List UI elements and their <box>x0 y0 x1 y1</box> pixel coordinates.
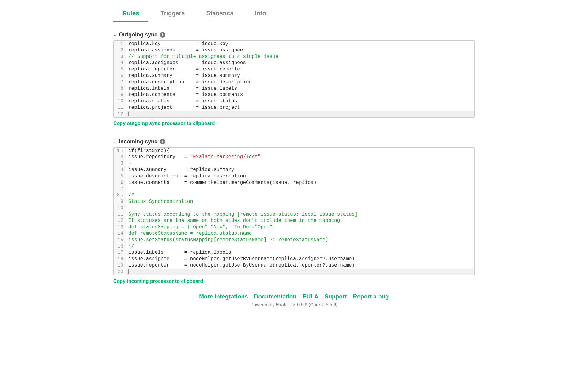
line-number: 4 <box>114 60 126 66</box>
footer-link-eula[interactable]: EULA <box>303 293 318 300</box>
line-number: 6 <box>114 73 126 79</box>
footer-link-report-bug[interactable]: Report a bug <box>353 293 389 300</box>
info-icon[interactable]: i <box>160 139 165 144</box>
line-number: 5 <box>114 66 126 73</box>
code-content[interactable]: def remoteStatusName = replica.status.na… <box>126 230 474 237</box>
incoming-sync-header[interactable]: ⌄ Incoming sync i <box>113 139 475 145</box>
code-line[interactable]: 12If statuses are the same on both sides… <box>114 218 474 224</box>
code-line[interactable]: 9replica.comments = issue.comments <box>114 92 474 98</box>
code-content[interactable]: issue.labels = replica.labels <box>126 249 474 256</box>
code-content[interactable]: replica.status = issue.status <box>126 98 474 104</box>
code-line[interactable]: 13def statusMapping = ["Open":"New", "To… <box>114 224 474 230</box>
code-content[interactable] <box>126 205 474 211</box>
code-content[interactable]: replica.project = issue.project <box>126 104 474 111</box>
code-line[interactable]: 6replica.summary = issue.summary <box>114 73 474 79</box>
line-number: 10 <box>114 205 126 211</box>
line-number: 19 <box>114 262 126 269</box>
footer-link-support[interactable]: Support <box>325 293 347 300</box>
code-content[interactable] <box>126 186 474 192</box>
code-content[interactable] <box>126 269 474 275</box>
code-line[interactable]: 7replica.description = issue.description <box>114 79 474 85</box>
copy-outgoing-link[interactable]: Copy outgoing sync processor to clipboar… <box>113 121 215 126</box>
code-line[interactable]: 5replica.reporter = issue.reporter <box>114 66 474 73</box>
line-number: 2 <box>114 47 126 54</box>
code-line[interactable]: 15issue.setStatus(statusMapping[remoteSt… <box>114 237 474 243</box>
tab-rules[interactable]: Rules <box>113 6 148 22</box>
code-content[interactable]: replica.key = issue.key <box>126 41 474 47</box>
code-line[interactable]: 5issue.description = replica.description <box>114 173 474 180</box>
info-icon[interactable]: i <box>160 32 165 38</box>
tab-info[interactable]: Info <box>246 6 275 22</box>
incoming-editor[interactable]: 1if(firstSync){2issue.repository = "Exal… <box>113 147 475 275</box>
line-number: 20 <box>114 269 126 275</box>
code-content[interactable]: replica.description = issue.description <box>126 79 474 85</box>
copy-incoming-link[interactable]: Copy incoming processor to clipboard <box>113 279 203 284</box>
code-line[interactable]: 8/* <box>114 192 474 199</box>
code-line[interactable]: 4issue.summary = replica.summary <box>114 167 474 173</box>
footer-link-more-integrations[interactable]: More Integrations <box>199 293 248 300</box>
code-line[interactable]: 18issue.assignee = nodeHelper.getUserByU… <box>114 256 474 262</box>
code-line[interactable]: 11replica.project = issue.project <box>114 104 474 111</box>
code-line[interactable]: 2issue.repository = "Exalate-Marketing/T… <box>114 154 474 160</box>
code-content[interactable]: replica.reporter = issue.reporter <box>126 66 474 73</box>
code-line[interactable]: 1replica.key = issue.key <box>114 41 474 47</box>
outgoing-sync-header[interactable]: ⌄ Outgoing sync i <box>113 32 475 38</box>
code-line[interactable]: 9Status Synchronization <box>114 199 474 205</box>
tab-statistics[interactable]: Statistics <box>197 6 243 22</box>
code-content[interactable]: // Support for multiple assignees to a s… <box>126 54 474 60</box>
line-number: 10 <box>114 98 126 104</box>
code-content[interactable]: replica.assignees = issue.assignees <box>126 60 474 66</box>
code-content[interactable]: */ <box>126 243 474 250</box>
code-line[interactable]: 4replica.assignees = issue.assignees <box>114 60 474 66</box>
code-content[interactable]: Status Synchronization <box>126 199 474 205</box>
code-content[interactable]: } <box>126 160 474 167</box>
footer: More Integrations Documentation EULA Sup… <box>0 293 588 313</box>
code-line[interactable]: 11Sync status according to the mapping [… <box>114 211 474 218</box>
code-line[interactable]: 20 <box>114 269 474 275</box>
line-number: 14 <box>114 230 126 237</box>
code-line[interactable]: 8replica.labels = issue.labels <box>114 85 474 92</box>
code-content[interactable]: Sync status according to the mapping [re… <box>126 211 474 218</box>
code-content[interactable]: replica.assignee = issue.assignee <box>126 47 474 54</box>
code-content[interactable]: issue.repository = "Exalate-Marketing/Te… <box>126 154 474 160</box>
line-number: 3 <box>114 160 126 167</box>
outgoing-editor[interactable]: 1replica.key = issue.key2replica.assigne… <box>113 40 475 118</box>
code-content[interactable]: issue.description = replica.description <box>126 173 474 180</box>
line-number: 9 <box>114 92 126 98</box>
line-number: 7 <box>114 79 126 85</box>
code-content[interactable]: replica.labels = issue.labels <box>126 85 474 92</box>
code-line[interactable]: 17issue.labels = replica.labels <box>114 249 474 256</box>
code-line[interactable]: 2replica.assignee = issue.assignee <box>114 47 474 54</box>
code-line[interactable]: 12 <box>114 111 474 117</box>
code-line[interactable]: 3// Support for multiple assignees to a … <box>114 54 474 60</box>
code-line[interactable]: 10replica.status = issue.status <box>114 98 474 104</box>
line-number: 1 <box>114 148 126 154</box>
code-line[interactable]: 14def remoteStatusName = replica.status.… <box>114 230 474 237</box>
code-line[interactable]: 1if(firstSync){ <box>114 148 474 154</box>
code-content[interactable] <box>126 111 474 117</box>
code-line[interactable]: 7 <box>114 186 474 192</box>
code-line[interactable]: 16*/ <box>114 243 474 250</box>
tab-triggers[interactable]: Triggers <box>151 6 194 22</box>
code-line[interactable]: 3} <box>114 160 474 167</box>
code-line[interactable]: 6issue.comments = commentHelper.mergeCom… <box>114 180 474 186</box>
code-content[interactable]: issue.summary = replica.summary <box>126 167 474 173</box>
code-content[interactable]: def statusMapping = ["Open":"New", "To D… <box>126 224 474 230</box>
code-content[interactable]: issue.comments = commentHelper.mergeComm… <box>126 180 474 186</box>
chevron-down-icon: ⌄ <box>113 33 116 37</box>
code-line[interactable]: 19issue.reporter = nodeHelper.getUserByU… <box>114 262 474 269</box>
line-number: 5 <box>114 173 126 180</box>
code-content[interactable]: /* <box>126 192 474 199</box>
line-number: 7 <box>114 186 126 192</box>
code-content[interactable]: if(firstSync){ <box>126 148 474 154</box>
line-number: 12 <box>114 218 126 224</box>
code-content[interactable]: issue.reporter = nodeHelper.getUserByUse… <box>126 262 474 269</box>
line-number: 16 <box>114 243 126 250</box>
code-content[interactable]: If statuses are the same on both sides d… <box>126 218 474 224</box>
code-content[interactable]: replica.summary = issue.summary <box>126 73 474 79</box>
code-content[interactable]: replica.comments = issue.comments <box>126 92 474 98</box>
footer-link-documentation[interactable]: Documentation <box>254 293 296 300</box>
code-line[interactable]: 10 <box>114 205 474 211</box>
code-content[interactable]: issue.assignee = nodeHelper.getUserByUse… <box>126 256 474 262</box>
code-content[interactable]: issue.setStatus(statusMapping[remoteStat… <box>126 237 474 243</box>
